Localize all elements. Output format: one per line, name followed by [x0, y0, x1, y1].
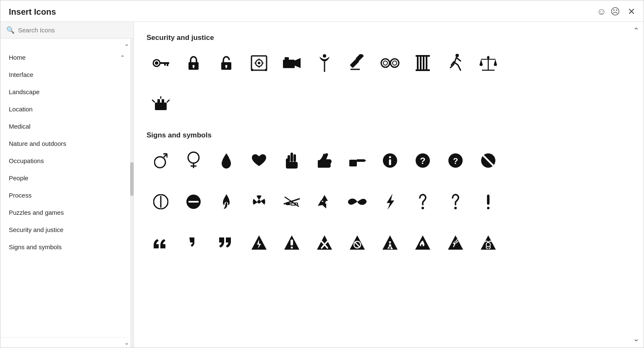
svg-rect-86	[487, 195, 490, 205]
icon-question-mark[interactable]	[408, 187, 437, 216]
svg-point-31	[383, 61, 387, 65]
svg-point-29	[390, 59, 399, 67]
sidebar-scrollbar-track	[130, 39, 134, 348]
sidebar-item-nature[interactable]: Nature and outdoors	[0, 135, 134, 152]
icon-camera[interactable]	[277, 49, 306, 77]
icon-fire-triangle[interactable]	[408, 229, 437, 257]
sidebar-item-puzzles-label: Puzzles and games	[9, 209, 64, 216]
icon-heart[interactable]	[245, 146, 273, 175]
icon-pointing-finger[interactable]	[343, 146, 372, 175]
sidebar-item-puzzles[interactable]: Puzzles and games	[0, 204, 134, 221]
sidebar-item-landscape-label: Landscape	[9, 88, 39, 95]
icon-lock-closed[interactable]	[179, 49, 208, 77]
sidebar-item-interface-label: Interface	[9, 71, 33, 78]
svg-rect-45	[157, 99, 160, 103]
icon-alarm[interactable]	[147, 90, 175, 119]
icon-radioactive-triangle[interactable]	[376, 229, 404, 257]
chevron-up-icon: ⌃	[120, 54, 125, 61]
sidebar-up-button[interactable]: ⌄	[0, 39, 134, 49]
icon-warning-exclamation[interactable]	[277, 229, 306, 257]
svg-rect-2	[160, 62, 169, 64]
sidebar-item-nature-label: Nature and outdoors	[9, 140, 66, 147]
svg-rect-22	[285, 57, 289, 61]
sidebar-item-interface[interactable]: Interface	[0, 66, 134, 83]
icon-infinity[interactable]	[343, 187, 372, 216]
icon-radioactive[interactable]	[245, 187, 273, 216]
dialog-header: Insert Icons ☺ ☹ ✕	[0, 0, 644, 22]
icon-question-mark-2[interactable]	[441, 187, 470, 216]
svg-point-92	[291, 247, 293, 249]
section-title-signs: Signs and symbols	[147, 131, 631, 140]
icon-hand-stop[interactable]	[277, 146, 306, 175]
icon-key[interactable]	[147, 49, 175, 77]
sidebar-item-people[interactable]: People	[0, 169, 134, 187]
icon-prison-bars[interactable]	[408, 49, 437, 77]
icon-exclamation[interactable]	[474, 187, 503, 216]
signs-icon-grid-1: ? ?	[147, 146, 631, 175]
sidebar-item-process[interactable]: Process	[0, 187, 134, 204]
icon-handcuffs[interactable]	[376, 49, 404, 77]
sidebar-item-occupations[interactable]: Occupations	[0, 152, 134, 169]
icon-recycle[interactable]	[310, 187, 339, 216]
icon-warning-x[interactable]	[310, 229, 339, 257]
sidebar-item-medical[interactable]: Medical	[0, 118, 134, 135]
icon-quote-open[interactable]	[147, 229, 175, 257]
svg-point-54	[188, 152, 199, 163]
icon-info[interactable]	[376, 146, 404, 175]
sidebar-item-medical-label: Medical	[9, 123, 31, 130]
svg-point-66	[389, 156, 391, 158]
icon-scales[interactable]	[474, 49, 503, 77]
icon-water-drop[interactable]	[212, 146, 241, 175]
insert-icons-dialog: Insert Icons ☺ ☹ ✕ 🔍 ⌄ Home ⌃	[0, 0, 644, 348]
icon-question-outline[interactable]: ?	[441, 146, 470, 175]
sidebar-item-landscape[interactable]: Landscape	[0, 83, 134, 100]
sidebar-down-button[interactable]: ⌄	[0, 337, 134, 348]
sidebar-item-signs[interactable]: Signs and symbols	[0, 238, 134, 256]
sidebar-item-home[interactable]: Home ⌃	[0, 49, 134, 66]
icon-lock-open[interactable]	[212, 49, 241, 77]
svg-rect-4	[164, 64, 166, 66]
feedback-sad-icon[interactable]: ☹	[610, 6, 620, 17]
icon-gavel[interactable]	[343, 49, 372, 77]
sidebar-scrollbar-thumb[interactable]	[130, 162, 134, 196]
svg-point-32	[393, 61, 397, 65]
close-button[interactable]: ✕	[628, 6, 635, 17]
icon-thumbs-up[interactable]	[310, 146, 339, 175]
icon-lightning[interactable]	[376, 187, 404, 216]
main-scroll-up-button[interactable]: ⌃	[633, 26, 639, 35]
icon-warning-lightning[interactable]	[245, 229, 273, 257]
icon-running-man[interactable]	[441, 49, 470, 77]
svg-rect-64	[349, 162, 357, 166]
icon-female[interactable]	[179, 146, 208, 175]
icon-explosion-triangle[interactable]	[441, 229, 470, 257]
svg-rect-67	[389, 159, 391, 165]
sidebar-item-security[interactable]: Security and justice	[0, 221, 134, 238]
svg-point-85	[454, 207, 457, 209]
icon-fire[interactable]	[212, 187, 241, 216]
icon-quote-end[interactable]	[179, 229, 208, 257]
sidebar-item-location[interactable]: Location	[0, 100, 134, 118]
icon-prohibited[interactable]	[147, 187, 175, 216]
svg-point-28	[381, 59, 390, 67]
icon-safe[interactable]	[245, 49, 273, 77]
sidebar-item-process-label: Process	[9, 192, 31, 199]
icon-lamp[interactable]	[310, 49, 339, 77]
icon-no-entry[interactable]	[474, 146, 503, 175]
main-scroll-down-button[interactable]: ⌄	[633, 334, 639, 343]
icon-no-smoking-triangle[interactable]	[343, 229, 372, 257]
icon-male[interactable]	[147, 146, 175, 175]
svg-point-50	[154, 157, 165, 168]
search-input[interactable]	[18, 26, 128, 34]
search-icon: 🔍	[6, 26, 15, 34]
svg-rect-38	[426, 57, 427, 69]
icon-question-filled[interactable]: ?	[408, 146, 437, 175]
icon-minus-circle[interactable]	[179, 187, 208, 216]
header-right: ☺ ☹ ✕	[597, 6, 635, 17]
main-content: ⌃ Security and justice	[134, 22, 644, 348]
sidebar-scroll-area: ⌄ Home ⌃ Interface Landscape Location	[0, 39, 134, 348]
feedback-happy-icon[interactable]: ☺	[597, 6, 606, 17]
icon-quote-close[interactable]	[212, 229, 241, 257]
sidebar-item-location-label: Location	[9, 105, 33, 113]
icon-no-smoking[interactable]	[277, 187, 306, 216]
icon-biohazard-triangle[interactable]	[474, 229, 503, 257]
